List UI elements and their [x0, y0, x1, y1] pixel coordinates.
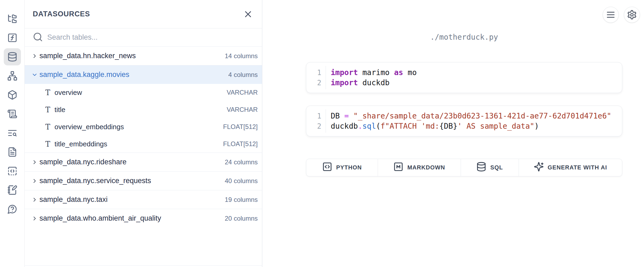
- sidebar-item-variables function-square-icon[interactable]: [4, 29, 21, 46]
- add-cell-button[interactable]: MARKDOWN: [378, 159, 461, 176]
- chevron-right-icon[interactable]: [31, 159, 38, 165]
- table-row[interactable]: sample_data.kaggle.movies 4 columns: [25, 65, 262, 84]
- code-editor[interactable]: import marimo as moimport duckdb: [326, 62, 417, 93]
- column-name: overview_embeddings: [54, 123, 124, 131]
- column-row[interactable]: T overview_embeddings FLOAT[512]: [25, 118, 262, 135]
- add-cell-button-label: PYTHON: [336, 164, 362, 171]
- add-cell-button-label: MARKDOWN: [407, 164, 445, 171]
- column-name: title: [54, 106, 65, 114]
- table-row[interactable]: sample_data.who.ambient_air_quality 20 c…: [25, 209, 262, 228]
- column-name: title_embeddings: [54, 140, 107, 148]
- sidebar-item-logs scroll-text-icon[interactable]: [4, 105, 21, 123]
- code-cell[interactable]: 12import marimo as moimport duckdb: [306, 62, 622, 93]
- add-cell-button-icon: [534, 162, 544, 173]
- code-cell[interactable]: 12DB = "_share/sample_data/23b0d623-1361…: [306, 106, 622, 136]
- chevron-right-icon[interactable]: [31, 72, 38, 78]
- table-name: sample_data.nyc.service_requests: [39, 177, 151, 185]
- menu-icon[interactable]: [603, 7, 619, 23]
- table-name: sample_data.hn.hacker_news: [39, 52, 136, 60]
- table-name: sample_data.who.ambient_air_quality: [39, 214, 161, 222]
- column-count: 40 columns: [225, 177, 258, 185]
- sidebar-item-files folder-tree-icon[interactable]: [4, 10, 21, 27]
- text-type-icon: T: [44, 140, 51, 148]
- add-cell-button-icon: [322, 162, 332, 173]
- add-cell-button-label: GENERATE WITH AI: [548, 164, 607, 171]
- add-cell-bar: PYTHON MARKDOWN SQL GENERATE WITH AI: [306, 159, 622, 176]
- table-row[interactable]: sample_data.hn.hacker_news 14 columns: [25, 46, 262, 65]
- table-name: sample_data.kaggle.movies: [39, 71, 129, 79]
- page-title: DATASOURCES: [33, 10, 90, 18]
- chevron-right-icon[interactable]: [31, 178, 38, 184]
- datasources-panel: DATASOURCES sample_data.hn.hacker_news 1…: [25, 0, 262, 267]
- sidebar-item-datasources database-icon[interactable]: [4, 48, 21, 65]
- table-row[interactable]: sample_data.nyc.taxi 19 columns: [25, 190, 262, 209]
- text-type-icon: T: [44, 123, 51, 131]
- notebook-topbar: [603, 7, 640, 23]
- table-name: sample_data.nyc.taxi: [39, 195, 108, 204]
- column-count: 20 columns: [225, 215, 258, 222]
- add-cell-button-label: SQL: [490, 164, 503, 171]
- add-cell-button[interactable]: SQL: [461, 159, 519, 176]
- close-icon[interactable]: [242, 8, 254, 20]
- tables-list: sample_data.hn.hacker_news 14 columns sa…: [25, 46, 262, 266]
- search-icon: [33, 32, 43, 43]
- column-row[interactable]: T title_embeddings FLOAT[512]: [25, 135, 262, 153]
- add-cell-button[interactable]: GENERATE WITH AI: [519, 159, 622, 176]
- column-type: FLOAT[512]: [223, 140, 258, 148]
- add-cell-button[interactable]: PYTHON: [306, 159, 378, 176]
- code-editor[interactable]: DB = "_share/sample_data/23b0d623-1361-4…: [326, 106, 611, 136]
- line-numbers: 12: [306, 106, 321, 136]
- table-name: sample_data.nyc.rideshare: [39, 158, 126, 166]
- code-line: import marimo as mo: [331, 68, 417, 78]
- column-count: 14 columns: [225, 52, 258, 60]
- table-row[interactable]: sample_data.nyc.rideshare 24 columns: [25, 153, 262, 171]
- sidebar-item-packages box-icon[interactable]: [4, 86, 21, 103]
- datasources-panel-header: DATASOURCES: [25, 0, 262, 28]
- gear-icon[interactable]: [624, 7, 640, 23]
- column-row[interactable]: T title VARCHAR: [25, 101, 262, 118]
- search-bar: [25, 28, 262, 46]
- column-count: 19 columns: [225, 196, 258, 203]
- column-name: overview: [54, 88, 82, 97]
- line-numbers: 12: [306, 62, 321, 93]
- add-cell-button-icon: [393, 162, 403, 173]
- sidebar-item-dependencies network-icon[interactable]: [4, 67, 21, 84]
- add-cell-button-icon: [476, 162, 486, 173]
- sidebar-item-help help-chat-icon[interactable]: [4, 201, 21, 218]
- sidebar-item-outline text-search-icon[interactable]: [4, 124, 21, 142]
- table-row[interactable]: sample_data.nyc.service_requests 40 colu…: [25, 171, 262, 190]
- column-row[interactable]: T overview VARCHAR: [25, 84, 262, 101]
- column-type: VARCHAR: [227, 106, 258, 113]
- chevron-right-icon[interactable]: [31, 196, 38, 203]
- text-type-icon: T: [44, 106, 51, 114]
- sidebar-item-documentation file-text-icon[interactable]: [4, 143, 21, 161]
- column-type: FLOAT[512]: [223, 123, 258, 131]
- code-line: import duckdb: [331, 78, 417, 88]
- text-type-icon: T: [44, 88, 51, 97]
- notebook-filename: ./motherduck.py: [306, 33, 622, 42]
- column-count: 4 columns: [228, 71, 258, 79]
- code-line: DB = "_share/sample_data/23b0d623-1361-4…: [331, 111, 611, 121]
- chevron-right-icon[interactable]: [31, 53, 38, 59]
- column-count: 24 columns: [225, 158, 258, 166]
- search-input[interactable]: [47, 33, 257, 42]
- sidebar-item-scratchpad notebook-pen-icon[interactable]: [4, 181, 21, 199]
- column-type: VARCHAR: [227, 89, 258, 96]
- chevron-right-icon[interactable]: [31, 215, 38, 222]
- code-line: duckdb.sql(f"ATTACH 'md:{DB}' AS sample_…: [331, 121, 611, 131]
- sidebar-item-snippets snippets-icon[interactable]: [4, 162, 21, 180]
- sidebar-icon-rail: [0, 0, 25, 267]
